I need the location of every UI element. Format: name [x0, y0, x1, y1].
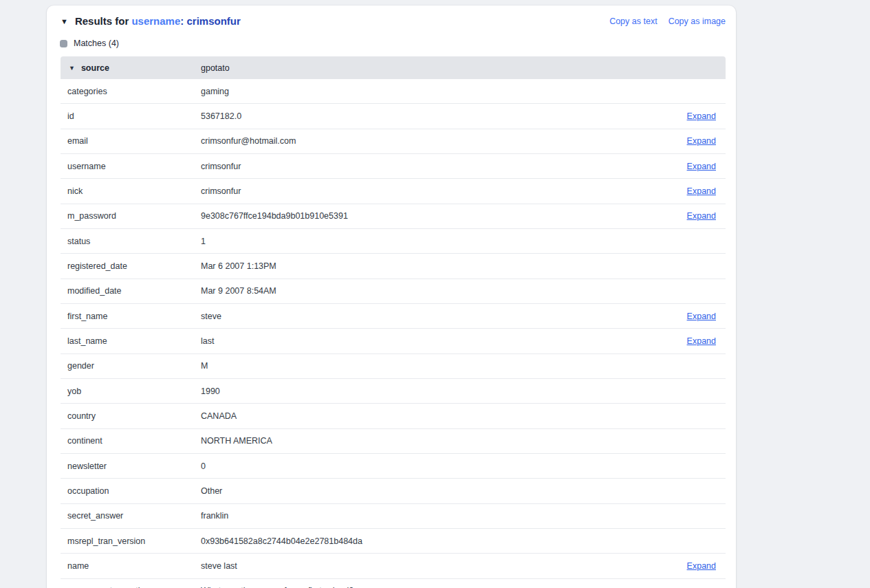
query-value: crimsonfur: [186, 15, 240, 27]
row-label: modified_date: [61, 286, 201, 296]
row-label: newsletter: [61, 461, 201, 471]
matches-icon: [60, 40, 67, 47]
table-row: registered_date Mar 6 2007 1:13PM: [61, 254, 726, 279]
row-value: 5367182.0: [201, 111, 687, 121]
results-table-body: categories gaming id 5367182.0 Expand em…: [61, 79, 726, 588]
row-label: yob: [61, 386, 201, 396]
table-row: last_name last Expand: [61, 329, 726, 353]
expand-link[interactable]: Expand: [687, 336, 716, 346]
row-label: username: [61, 162, 201, 171]
row-value: crimsonfur@hotmail.com: [201, 136, 687, 146]
row-label: last_name: [61, 336, 201, 346]
table-row: yob 1990: [61, 379, 726, 404]
row-label: name: [61, 561, 201, 571]
row-value: Other: [201, 486, 726, 496]
expand-link[interactable]: Expand: [687, 211, 716, 221]
table-row: modified_date Mar 9 2007 8:54AM: [61, 279, 726, 304]
row-label: nick: [61, 186, 201, 196]
row-value: Mar 9 2007 8:54AM: [201, 286, 726, 296]
results-header: ▼ Results for username: crimsonfur Copy …: [61, 14, 726, 28]
collapse-source-icon[interactable]: ▼: [69, 65, 75, 72]
table-row: categories gaming: [61, 79, 726, 104]
row-label: status: [61, 237, 201, 246]
table-row: id 5367182.0 Expand: [61, 104, 726, 129]
row-label: occupation: [61, 486, 201, 496]
row-value: 0x93b641582a8c2744b04e2e2781b484da: [201, 536, 726, 546]
expand-link[interactable]: Expand: [687, 186, 716, 196]
table-row: first_name steve Expand: [61, 304, 726, 329]
copy-actions: Copy as text Copy as image: [609, 14, 726, 26]
row-value: gaming: [201, 87, 726, 96]
row-value: M: [201, 361, 726, 371]
copy-as-image-button[interactable]: Copy as image: [668, 17, 726, 26]
row-value: steve last: [201, 561, 687, 571]
table-row: m_password 9e308c767ffce194bda9b01b910e5…: [61, 204, 726, 229]
row-value: crimsonfur: [201, 162, 687, 171]
matches-label: Matches (4): [74, 39, 119, 48]
row-value: 0: [201, 461, 726, 471]
source-header-label: source: [81, 63, 109, 73]
collapse-results-icon[interactable]: ▼: [61, 14, 68, 28]
table-row: occupation Other: [61, 479, 726, 503]
table-row: status 1: [61, 229, 726, 254]
table-row: msrepl_tran_version 0x93b641582a8c2744b0…: [61, 529, 726, 554]
row-value: franklin: [201, 511, 726, 521]
results-title: ▼ Results for username: crimsonfur: [61, 14, 241, 28]
table-row: user_secret_question What was the name o…: [61, 579, 726, 588]
expand-link[interactable]: Expand: [687, 312, 716, 321]
row-label: gender: [61, 361, 201, 371]
expand-link[interactable]: Expand: [687, 111, 716, 121]
table-row: nick crimsonfur Expand: [61, 179, 726, 204]
row-label: id: [61, 111, 201, 121]
row-value: CANADA: [201, 411, 726, 421]
row-label: msrepl_tran_version: [61, 536, 201, 546]
table-row: continent NORTH AMERICA: [61, 429, 726, 454]
expand-link[interactable]: Expand: [687, 136, 716, 146]
row-value: 1: [201, 237, 726, 246]
table-row: country CANADA: [61, 404, 726, 428]
table-row: secret_answer franklin: [61, 504, 726, 529]
title-separator: :: [180, 15, 184, 27]
matches-summary: Matches (4): [61, 39, 726, 48]
row-label: email: [61, 136, 201, 146]
row-value: Mar 6 2007 1:13PM: [201, 261, 726, 271]
row-value: last: [201, 336, 687, 346]
row-value: crimsonfur: [201, 186, 687, 196]
source-header-value: gpotato: [201, 63, 726, 73]
row-value: steve: [201, 312, 687, 321]
expand-link[interactable]: Expand: [687, 561, 716, 571]
row-value: NORTH AMERICA: [201, 436, 726, 446]
table-row: newsletter 0: [61, 454, 726, 479]
copy-as-text-button[interactable]: Copy as text: [609, 17, 657, 26]
row-label: secret_answer: [61, 511, 201, 521]
row-label: categories: [61, 87, 201, 96]
results-prefix: Results for: [75, 15, 129, 27]
row-label: country: [61, 411, 201, 421]
table-row: gender M: [61, 354, 726, 379]
expand-link[interactable]: Expand: [687, 162, 716, 171]
row-label: m_password: [61, 211, 201, 221]
row-label: continent: [61, 436, 201, 446]
row-label: registered_date: [61, 261, 201, 271]
table-row: email crimsonfur@hotmail.com Expand: [61, 129, 726, 154]
table-header-row: ▼ source gpotato: [61, 56, 726, 79]
row-value: 9e308c767ffce194bda9b01b910e5391: [201, 211, 687, 221]
table-row: name steve last Expand: [61, 554, 726, 578]
results-card: ▼ Results for username: crimsonfur Copy …: [47, 6, 736, 588]
results-table: ▼ source gpotato categories gaming id 53…: [61, 56, 726, 588]
row-label: first_name: [61, 312, 201, 321]
results-title-text: Results for username: crimsonfur: [75, 14, 241, 28]
query-field-link[interactable]: username: [131, 15, 180, 27]
row-value: 1990: [201, 386, 726, 396]
table-row: username crimsonfur Expand: [61, 154, 726, 179]
source-header-cell: ▼ source: [61, 63, 201, 73]
